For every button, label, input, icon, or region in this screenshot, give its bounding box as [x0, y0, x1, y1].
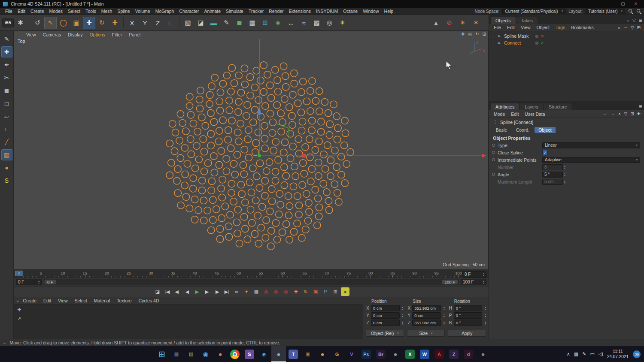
object-manager-menu-item[interactable]: View: [518, 25, 534, 30]
object-tree[interactable]: ⋮ ≈ Spline Mask ✕ ⋮ ≈ Connect ✓: [489, 31, 644, 101]
key-rot-icon[interactable]: ↻: [301, 287, 310, 296]
spinner-icon[interactable]: ▴▾: [483, 306, 486, 310]
coordinate-system-icon[interactable]: ∟: [164, 17, 177, 29]
s-plugin-icon[interactable]: S: [1, 175, 12, 186]
layout-dropdown[interactable]: Tutorials (User) ▾: [586, 9, 625, 14]
tray-display-icon[interactable]: ▭: [590, 351, 594, 357]
undo-icon[interactable]: ↺: [31, 17, 44, 29]
simulate-icon[interactable]: ≈: [298, 17, 310, 29]
property-dropdown[interactable]: Linear ▾: [542, 142, 640, 148]
om-funnel-icon[interactable]: ▽: [631, 25, 634, 30]
menubar-item[interactable]: Volume: [133, 9, 153, 14]
material-menu-item[interactable]: Texture: [114, 298, 134, 303]
viewport-scene[interactable]: Zx: [14, 31, 488, 269]
property-dropdown[interactable]: Adaptive ▾: [542, 157, 640, 163]
object-manager-menu-item[interactable]: Edit: [504, 25, 518, 30]
material-menu-item[interactable]: View: [55, 298, 71, 303]
prev-key-icon[interactable]: ◀·: [173, 287, 182, 296]
screen-capture-app-icon[interactable]: ▥: [169, 346, 184, 362]
lock-y-axis-button[interactable]: Y: [139, 17, 151, 29]
apply-button[interactable]: Apply: [448, 330, 486, 337]
section-tab[interactable]: Basic: [492, 127, 511, 133]
enable-toggle[interactable]: ✓: [541, 41, 544, 45]
app-g-icon[interactable]: G: [330, 346, 344, 362]
app-z-icon[interactable]: Z: [447, 346, 461, 362]
tray-chevron-icon[interactable]: ∧: [567, 351, 570, 357]
material-menu-item[interactable]: Select: [72, 298, 90, 303]
spinner-icon[interactable]: ▴▾: [37, 280, 39, 284]
acrobat-icon[interactable]: A: [432, 346, 447, 362]
viewport-canvas[interactable]: Zx ViewCamerasDisplayOptionsFilterPanel …: [14, 31, 489, 270]
menubar-item[interactable]: Octane: [340, 9, 360, 14]
tray-pen-icon[interactable]: ✎: [582, 351, 586, 357]
spinner-icon[interactable]: ▴▾: [563, 165, 565, 169]
menubar-item[interactable]: Select: [65, 9, 83, 14]
lock-z-axis-button[interactable]: Z: [152, 17, 164, 29]
primitive-cube-icon[interactable]: ◼: [233, 17, 246, 29]
app-brown-icon[interactable]: ▣: [301, 346, 315, 362]
goto-start-icon[interactable]: |◀: [163, 287, 172, 296]
position-field[interactable]: 0 cm: [371, 305, 400, 311]
spinner-icon[interactable]: ▴▾: [401, 321, 404, 325]
vp-pan-icon[interactable]: ✚: [461, 32, 465, 36]
material-menu-item[interactable]: Cycles 4D: [136, 298, 162, 303]
gpu-render-icon[interactable]: ▲: [430, 17, 442, 29]
xparticles-icon[interactable]: ✶: [456, 17, 469, 29]
create-material-icon[interactable]: ✎: [220, 17, 233, 29]
live-selection-icon[interactable]: ↖: [44, 17, 57, 29]
goto-end-icon[interactable]: ▶|: [222, 287, 231, 296]
om-grid-icon[interactable]: ⊞: [639, 18, 642, 23]
prev-frame-icon[interactable]: ◀: [183, 287, 191, 296]
frame-selection-icon[interactable]: ▣: [70, 17, 82, 29]
key-param-icon[interactable]: P: [321, 287, 330, 296]
light-icon[interactable]: ✶: [336, 17, 349, 29]
bridge-icon[interactable]: Br: [374, 346, 388, 362]
om-list-icon[interactable]: ≔: [623, 25, 628, 30]
om-find-icon[interactable]: ○: [618, 25, 620, 30]
settings-gray-icon[interactable]: ●: [476, 346, 490, 362]
file-explorer-icon[interactable]: ▤: [184, 346, 198, 362]
spinner-icon[interactable]: ▴▾: [483, 321, 486, 325]
key-pos-icon[interactable]: ✚: [292, 287, 300, 296]
position-field[interactable]: 0 cm: [371, 312, 400, 319]
menubar-item[interactable]: Help: [382, 9, 396, 14]
status-menu-icon[interactable]: ≡: [3, 340, 6, 345]
photoshop-icon[interactable]: Ps: [359, 346, 374, 362]
object-row[interactable]: ⋮ ≈ Spline Mask ✕: [489, 33, 644, 39]
commander-search-icon[interactable]: [628, 9, 633, 14]
record-keyframe-icon[interactable]: ✦: [242, 287, 251, 296]
measure-icon[interactable]: ↔: [285, 17, 297, 29]
current-frame-field[interactable]: 0 F ▴▾: [462, 271, 486, 278]
spinner-icon[interactable]: ▴▾: [442, 321, 445, 325]
render-settings-icon[interactable]: ▬: [207, 17, 220, 29]
tray-volume-icon[interactable]: ◁): [598, 351, 603, 357]
nav-back-icon[interactable]: ←: [603, 112, 608, 116]
chrome-icon[interactable]: [228, 346, 242, 362]
property-field[interactable]: 5 cm: [542, 179, 563, 185]
pen-tool-icon[interactable]: ✎: [1, 33, 12, 45]
menubar-item[interactable]: File: [3, 9, 15, 14]
teams-icon[interactable]: T: [286, 346, 301, 362]
range-end-field[interactable]: 100 F ▴▾: [461, 279, 486, 285]
move-tool-icon[interactable]: ✚: [83, 17, 95, 29]
viewport-menu-item[interactable]: Panel: [125, 32, 144, 37]
minimize-button[interactable]: —: [604, 0, 617, 8]
notification-badge[interactable]: 36: [633, 350, 641, 358]
am-layout-icon[interactable]: ⊞: [639, 104, 642, 109]
plane-object-icon[interactable]: ▱: [1, 111, 12, 122]
spinner-icon[interactable]: ▴▾: [483, 314, 486, 317]
menubar-item[interactable]: Render: [266, 9, 286, 14]
firefox-dev-icon[interactable]: ●: [315, 346, 330, 362]
app-gray-circle-icon[interactable]: ●: [388, 346, 403, 362]
mograph-icon[interactable]: ◈: [272, 17, 284, 29]
rectangle-selection-icon[interactable]: ◯: [57, 17, 70, 29]
help-search-icon[interactable]: [636, 9, 641, 14]
menubar-item[interactable]: Animate: [202, 9, 224, 14]
spline-corner-icon[interactable]: ∟: [1, 124, 12, 135]
start-button[interactable]: ⊞: [155, 346, 169, 362]
size-field[interactable]: 351.982 cm: [412, 305, 441, 311]
am-filter-icon[interactable]: ▽: [624, 112, 628, 116]
enable-toggle[interactable]: ✕: [541, 34, 544, 39]
spinner-icon[interactable]: ▴▾: [563, 172, 565, 176]
timeline-ruler[interactable]: 0510152025303540455055606570758085909510…: [14, 270, 489, 278]
